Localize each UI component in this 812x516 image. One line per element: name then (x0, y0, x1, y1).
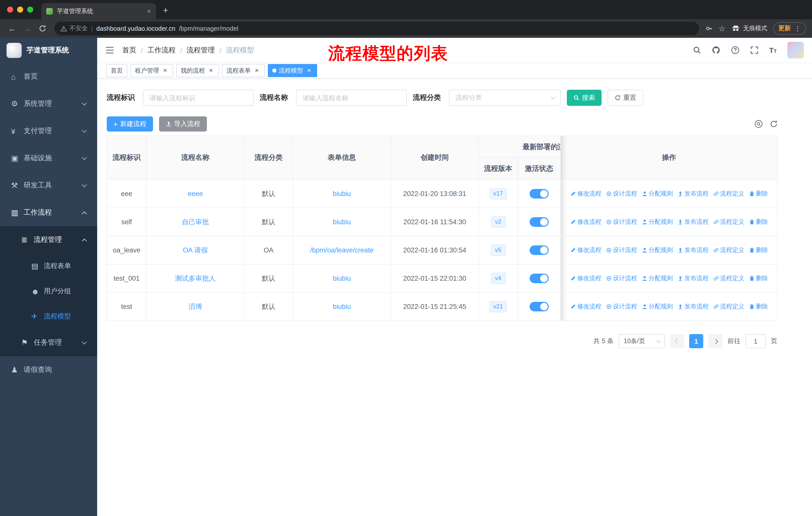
close-window-button[interactable] (7, 6, 13, 12)
sidebar-item-leave-query[interactable]: ♟请假查询 (0, 356, 97, 383)
action-edit[interactable]: 修改流程 (570, 302, 601, 311)
menu-fold-icon[interactable] (105, 46, 114, 54)
font-size-icon[interactable]: TT (769, 46, 777, 54)
action-publish[interactable]: 发布流程 (677, 246, 708, 254)
action-delete[interactable]: 删除 (749, 302, 768, 311)
import-process-button[interactable]: 导入流程 (159, 116, 207, 132)
active-toggle[interactable] (529, 245, 549, 255)
browser-menu-icon[interactable]: ⋮ (794, 25, 801, 32)
help-icon[interactable] (731, 46, 739, 54)
action-publish[interactable]: 发布流程 (677, 302, 708, 311)
action-assign[interactable]: 分配规则 (642, 302, 673, 311)
action-publish[interactable]: 发布流程 (677, 274, 708, 283)
action-definition[interactable]: 流程定义 (713, 302, 744, 311)
bookmark-star-icon[interactable]: ☆ (719, 24, 725, 33)
action-edit[interactable]: 修改流程 (570, 274, 601, 283)
action-design[interactable]: 设计流程 (606, 218, 637, 226)
form-info-link[interactable]: biubiu (333, 218, 351, 226)
update-menu-button[interactable]: 更新 ⋮ (773, 22, 806, 35)
sidebar-item-process-model[interactable]: ✈流程模型 (0, 304, 97, 329)
form-info-link[interactable]: biubiu (333, 275, 351, 282)
action-design[interactable]: 设计流程 (606, 302, 637, 311)
process-name-link[interactable]: OA 请假 (183, 246, 208, 254)
browser-tab[interactable]: 芋道管理系统 × (41, 3, 156, 19)
tag-item[interactable]: 流程模型× (268, 64, 317, 77)
page-size-select[interactable]: 10条/页 (619, 334, 665, 348)
sidebar-item-system[interactable]: ⚙系统管理 (0, 90, 97, 117)
breadcrumb-item[interactable]: 工作流程 (147, 46, 176, 55)
form-info-link[interactable]: biubiu (333, 190, 351, 197)
form-info-link[interactable]: /bpm/oa/leave/create (310, 246, 374, 254)
action-assign[interactable]: 分配规则 (642, 274, 673, 283)
action-delete[interactable]: 删除 (749, 246, 768, 254)
action-definition[interactable]: 流程定义 (713, 274, 744, 283)
tag-close-icon[interactable]: × (162, 67, 169, 74)
action-design[interactable]: 设计流程 (606, 246, 637, 254)
action-assign[interactable]: 分配规则 (642, 189, 673, 198)
breadcrumb-item[interactable]: 流程管理 (187, 46, 215, 55)
fullscreen-icon[interactable] (750, 46, 758, 54)
tag-item[interactable]: 首页 (106, 64, 127, 77)
zoom-window-button[interactable] (27, 6, 33, 12)
github-icon[interactable] (712, 46, 720, 54)
category-select[interactable]: 流程分类 (449, 90, 561, 106)
tag-close-icon[interactable]: × (253, 67, 260, 74)
action-delete[interactable]: 删除 (749, 218, 768, 226)
security-warning[interactable]: 不安全 (60, 24, 88, 33)
active-toggle[interactable] (529, 302, 549, 311)
process-key-input[interactable] (143, 90, 254, 106)
process-name-link[interactable]: 滔博 (188, 303, 202, 310)
process-name-link[interactable]: eeee (188, 190, 203, 197)
next-page-button[interactable] (708, 334, 722, 348)
tab-close-icon[interactable]: × (147, 7, 151, 15)
reload-button[interactable] (36, 25, 48, 32)
sidebar-item-payment[interactable]: ¥支付管理 (0, 117, 97, 145)
goto-page-input[interactable] (746, 334, 766, 348)
forward-button[interactable]: → (21, 24, 33, 33)
active-toggle[interactable] (529, 217, 549, 227)
action-design[interactable]: 设计流程 (606, 189, 637, 198)
tag-item[interactable]: 我的流程× (176, 64, 219, 77)
action-publish[interactable]: 发布流程 (677, 189, 708, 198)
search-button[interactable]: 搜索 (567, 90, 602, 106)
action-edit[interactable]: 修改流程 (570, 189, 601, 198)
tag-item[interactable]: 租户管理× (130, 64, 173, 77)
minimize-window-button[interactable] (17, 6, 23, 12)
user-avatar[interactable] (787, 42, 804, 58)
action-definition[interactable]: 流程定义 (713, 218, 744, 226)
sidebar-item-infra[interactable]: ▣基础设施 (0, 145, 97, 172)
search-icon[interactable] (692, 46, 701, 54)
sidebar-item-user-group[interactable]: ☻用户分组 (0, 279, 97, 304)
process-name-link[interactable]: 测试多审批人 (175, 274, 216, 282)
process-name-link[interactable]: 自己审批 (182, 218, 209, 225)
tag-close-icon[interactable]: × (207, 67, 214, 74)
page-number-button[interactable]: 1 (689, 334, 703, 348)
active-toggle[interactable] (529, 274, 549, 283)
action-design[interactable]: 设计流程 (606, 274, 637, 283)
action-edit[interactable]: 修改流程 (570, 246, 601, 254)
tag-close-icon[interactable]: × (306, 67, 313, 74)
action-assign[interactable]: 分配规则 (642, 246, 673, 254)
toggle-search-icon[interactable] (755, 120, 763, 128)
breadcrumb-item[interactable]: 首页 (122, 46, 137, 55)
sidebar-item-process-form[interactable]: ▤流程表单 (0, 253, 97, 279)
action-publish[interactable]: 发布流程 (677, 218, 708, 226)
sidebar-item-process-mgmt[interactable]: ≣流程管理 (0, 226, 97, 253)
action-delete[interactable]: 删除 (749, 274, 768, 283)
new-tab-button[interactable]: + (163, 5, 168, 16)
create-process-button[interactable]: + 新建流程 (107, 116, 153, 132)
address-bar[interactable]: 不安全 | dashboard.yudao.iocoder.cn/bpm/man… (54, 22, 699, 35)
sidebar-item-devtools[interactable]: ⚒研发工具 (0, 172, 97, 199)
action-definition[interactable]: 流程定义 (713, 246, 744, 254)
prev-page-button[interactable] (670, 334, 684, 348)
password-key-icon[interactable] (705, 25, 713, 32)
back-button[interactable]: ← (6, 24, 18, 33)
action-edit[interactable]: 修改流程 (570, 218, 601, 226)
form-info-link[interactable]: biubiu (333, 303, 351, 310)
action-delete[interactable]: 删除 (749, 189, 768, 198)
action-definition[interactable]: 流程定义 (713, 189, 744, 198)
sidebar-item-task-mgmt[interactable]: ⚑任务管理 (0, 329, 97, 356)
sidebar-item-workflow[interactable]: ▥工作流程 (0, 199, 97, 226)
tag-item[interactable]: 流程表单× (222, 64, 265, 77)
process-name-input[interactable] (296, 90, 407, 106)
